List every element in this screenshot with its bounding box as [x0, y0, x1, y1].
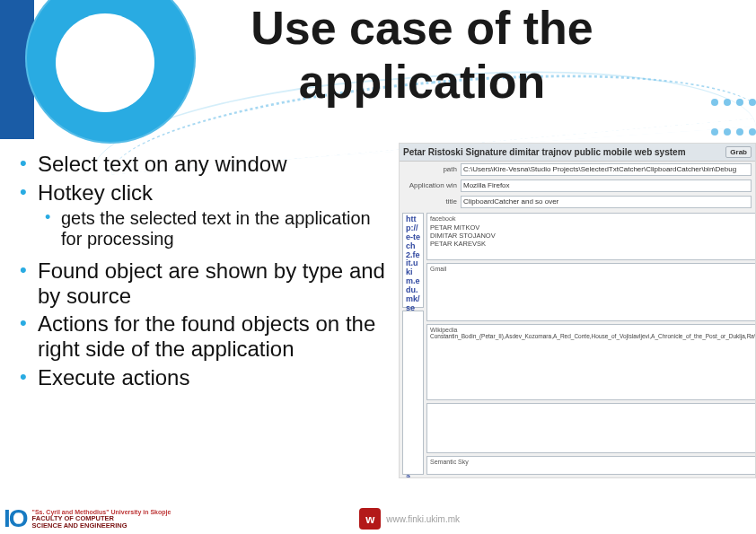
grab-button[interactable]: Grab [725, 146, 752, 158]
bullet-item: Found object are shown by type and by so… [18, 258, 395, 308]
wikipedia-results: Constantin_Bodin_(Petar_II),Asdev_Kozoma… [430, 333, 756, 339]
facebook-people-list: PETAR MITKOV DIMITAR STOJANOV PETAR KARE… [430, 223, 756, 248]
title-label: title [403, 196, 457, 208]
slide-title: Use case of the application [233, 2, 611, 109]
path-field[interactable]: C:\Users\Kire-Vesna\Studio Projects\Sele… [461, 163, 752, 176]
left-blank-panel [402, 311, 424, 475]
app-screenshot: Petar Ristoski Signature dimitar trajnov… [399, 143, 756, 478]
bubble-inner-decor [56, 13, 154, 112]
captured-text-title: Petar Ristoski Signature dimitar trajnov… [403, 147, 686, 157]
wm-logo-icon: w [359, 508, 381, 530]
gmail-panel-label: Gmail [430, 266, 756, 272]
facebook-panel-label: facebook [430, 215, 756, 222]
bullet-item: Hotkey click [18, 180, 395, 206]
appwin-field[interactable]: Mozilla Firefox [461, 179, 752, 192]
title-field[interactable]: ClipboardCatcher and so over [461, 196, 752, 208]
footer: IO "Ss. Cyril and Methodius" University … [0, 503, 756, 534]
footer-url: www.finki.ukim.mk [386, 514, 460, 524]
appwin-label: Application win [403, 179, 457, 192]
bullet-list: Select text on any window Hotkey click g… [18, 148, 395, 393]
bullet-item: Select text on any window [18, 152, 395, 177]
path-label: path [403, 163, 457, 176]
footer-institution: "Ss. Cyril and Methodius" University in … [32, 509, 171, 529]
bullet-subitem: gets the selected text in the applicatio… [43, 208, 395, 249]
bullet-item: Execute actions [18, 365, 395, 390]
wikipedia-panel-label: Wikipedia [430, 327, 756, 333]
sky-panel-label: Semantic Sky [430, 459, 756, 465]
request-url: http://e-tech2.feit.ukim.edu.mk/semantic… [402, 213, 424, 308]
finki-logo-icon: IO [4, 504, 27, 533]
faculty-name-2: SCIENCE AND ENGINEERING [32, 522, 171, 530]
right-blank-panel [426, 403, 756, 453]
bullet-item: Actions for the found objects on the rig… [18, 311, 395, 361]
